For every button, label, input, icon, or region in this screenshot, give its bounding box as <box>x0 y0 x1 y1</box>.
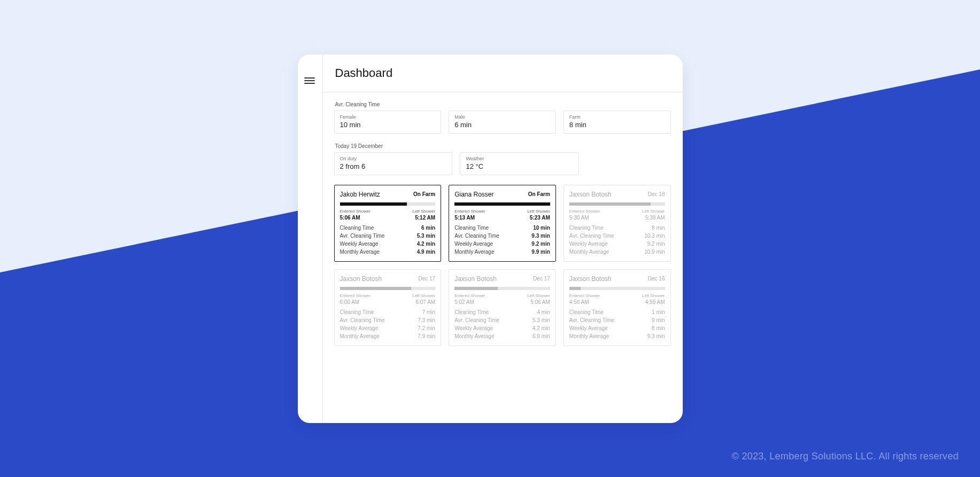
today-card-value: 12 °C <box>466 162 573 170</box>
entered-value: 5:13 AM <box>454 215 475 221</box>
left-label: Left Shower <box>642 209 665 214</box>
person-card[interactable]: Jaxson Botosh Dec 17 Entered Shower Left… <box>449 269 556 346</box>
person-name: Jaxson Botosh <box>569 191 612 198</box>
metric-value: 7.3 min <box>418 317 435 323</box>
left-label: Left Shower <box>527 293 550 298</box>
metric-label: Weekly Average <box>340 325 379 331</box>
person-status-badge: Dec 17 <box>533 276 550 281</box>
today-card-duty: On duty 2 from 6 <box>334 152 453 175</box>
person-name: Jaxson Botosh <box>340 275 382 283</box>
metric-value: 10.9 min <box>644 249 665 255</box>
left-value: 5:12 AM <box>415 215 435 221</box>
section-label-today: Today 19 December <box>335 143 671 149</box>
person-card[interactable]: Giana Rosser On Farm Entered Shower Left… <box>449 185 556 262</box>
entered-value: 5:02 AM <box>454 299 474 305</box>
metric-value: 8 min <box>652 225 665 231</box>
metric-value: 9.2 min <box>531 241 550 247</box>
metric-label: Weekly Average <box>569 241 608 247</box>
metric-value: 6.9 min <box>533 333 550 339</box>
entered-label: Entered Shower <box>569 209 600 214</box>
avg-card-value: 8 min <box>569 121 665 129</box>
person-name: Jakob Herwitz <box>340 191 380 198</box>
menu-icon[interactable] <box>304 76 315 83</box>
today-card-weather: Weather 12 °C <box>460 152 578 175</box>
progress-bar <box>569 202 665 206</box>
person-status-badge: On Farm <box>528 191 550 197</box>
metric-value: 4.2 min <box>417 241 435 247</box>
metric-value: 9.2 min <box>647 241 665 247</box>
left-value: 5:23 AM <box>530 215 550 221</box>
entered-label: Entered Shower <box>454 209 485 214</box>
entered-value: 4:58 AM <box>569 299 589 305</box>
entered-label: Entered Shower <box>340 293 371 298</box>
metric-value: 6 min <box>421 225 435 231</box>
metric-label: Monthly Average <box>454 333 494 339</box>
metric-value: 10.3 min <box>644 233 665 239</box>
avg-card-label: Farm <box>569 114 665 120</box>
person-status-badge: On Farm <box>413 191 435 197</box>
entered-label: Entered Shower <box>569 293 600 298</box>
metric-value: 9 min <box>652 317 665 323</box>
left-value: 4:59 AM <box>645 299 665 305</box>
entered-value: 5:30 AM <box>569 215 589 221</box>
metric-label: Weekly Average <box>569 325 608 331</box>
side-rail <box>298 54 323 423</box>
person-status-badge: Dec 17 <box>418 276 435 281</box>
person-card[interactable]: Jaxson Botosh Dec 17 Entered Shower Left… <box>334 269 442 346</box>
person-card[interactable]: Jaxson Botosh Dec 16 Entered Shower Left… <box>564 269 671 346</box>
person-status-badge: Dec 16 <box>648 276 665 281</box>
metric-label: Monthly Average <box>340 333 380 339</box>
people-grid: Jakob Herwitz On Farm Entered Shower Lef… <box>334 185 671 346</box>
left-value: 5:38 AM <box>645 215 665 221</box>
today-card-label: On duty <box>340 156 447 161</box>
person-card[interactable]: Jakob Herwitz On Farm Entered Shower Lef… <box>334 185 442 262</box>
metric-label: Monthly Average <box>569 333 609 339</box>
progress-bar <box>454 202 550 206</box>
left-label: Left Shower <box>527 209 550 214</box>
progress-bar <box>340 287 436 290</box>
avg-cards-row: Female 10 min Male 6 min Farm 8 min <box>334 111 671 134</box>
metric-label: Avr. Cleaning Time <box>340 233 385 239</box>
metric-value: 5.3 min <box>417 233 435 239</box>
metric-value: 7 min <box>422 309 435 315</box>
metric-label: Avr. Cleaning Time <box>569 317 614 323</box>
entered-label: Entered Shower <box>454 293 485 298</box>
metric-value: 7.2 min <box>418 325 435 331</box>
left-value: 5:06 AM <box>530 299 550 305</box>
avg-card-male: Male 6 min <box>449 111 556 134</box>
person-card[interactable]: Jaxson Botosh Dec 18 Entered Shower Left… <box>564 185 671 262</box>
metric-label: Monthly Average <box>340 249 380 255</box>
metric-label: Cleaning Time <box>569 309 604 315</box>
app-window: Dashboard Avr. Cleaning Time Female 10 m… <box>298 54 683 423</box>
avg-card-label: Male <box>454 114 550 120</box>
avg-card-label: Female <box>340 114 436 120</box>
metric-label: Weekly Average <box>340 241 379 247</box>
section-label-avg: Avr. Cleaning Time <box>335 101 671 107</box>
page-title: Dashboard <box>335 66 393 80</box>
metric-value: 4 min <box>537 309 550 315</box>
person-name: Jaxson Botosh <box>569 275 612 283</box>
person-status-badge: Dec 18 <box>648 191 665 197</box>
metric-value: 8 min <box>652 325 665 331</box>
entered-value: 5:06 AM <box>340 215 360 221</box>
today-cards-row: On duty 2 from 6 Weather 12 °C <box>334 152 671 175</box>
left-label: Left Shower <box>642 293 665 298</box>
avg-card-farm: Farm 8 min <box>564 111 671 134</box>
metric-value: 4.9 min <box>417 249 435 255</box>
metric-value: 9.3 min <box>647 333 665 339</box>
metric-value: 10 min <box>533 225 550 231</box>
metric-label: Cleaning Time <box>340 309 374 315</box>
entered-label: Entered Shower <box>340 209 371 214</box>
metric-label: Avr. Cleaning Time <box>569 233 614 239</box>
metric-label: Cleaning Time <box>454 309 489 315</box>
metric-value: 4.2 min <box>533 325 550 331</box>
metric-label: Avr. Cleaning Time <box>454 233 499 239</box>
metric-value: 1 min <box>652 309 665 315</box>
main-content: Avr. Cleaning Time Female 10 min Male 6 … <box>322 92 683 423</box>
metric-value: 7.9 min <box>418 333 435 339</box>
entered-value: 6:00 AM <box>340 299 360 305</box>
person-name: Jaxson Botosh <box>454 275 497 283</box>
metric-value: 9.3 min <box>531 233 550 239</box>
metric-label: Monthly Average <box>454 249 494 255</box>
metric-label: Weekly Average <box>454 241 493 247</box>
